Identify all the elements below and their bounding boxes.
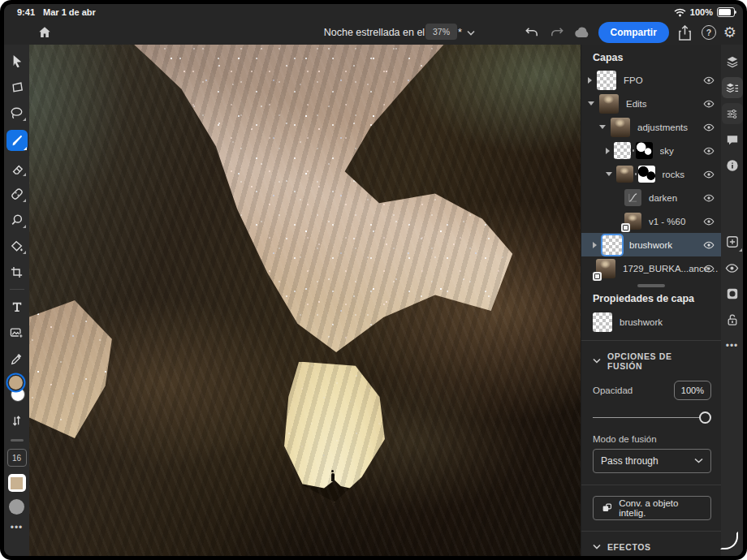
layer-row-fpo[interactable]: FPO [581,68,721,92]
right-panel: Capas FPO Edits adjustments [581,45,721,556]
comments-button[interactable] [722,129,743,150]
cloud-sync-icon[interactable] [573,24,591,41]
more-options-button[interactable]: ••• [722,335,743,356]
properties-layer-row: brushwork [581,309,721,341]
info-button[interactable] [722,155,743,176]
transform-tool[interactable] [7,78,27,96]
blend-options-section-header[interactable]: OPCIONES DE FUSIÓN [581,341,721,371]
smart-object-thumbnail [596,259,615,278]
visibility-eye-icon[interactable] [702,262,715,274]
person-silhouette [331,473,335,481]
ipad-screenshot: 9:41 Mar 1 de abr 100% Noche estrellada … [0,0,747,560]
layer-properties-button[interactable] [722,103,743,124]
visibility-eye-icon[interactable] [702,239,715,251]
color-well[interactable] [6,376,28,403]
battery-icon [717,7,735,17]
slider-track [593,417,710,419]
healing-brush-tool[interactable] [7,185,27,203]
layer-mask-button[interactable] [722,283,743,304]
undo-button[interactable] [523,24,541,41]
opacity-row: Opacidad 100% [581,371,721,400]
brush-color [11,477,23,489]
layer-mask-thumbnail [638,166,655,183]
foreground-color[interactable] [9,376,23,390]
visibility-eye-icon[interactable] [702,192,715,204]
brush-size-field[interactable]: 16 [7,449,27,467]
lock-layer-button[interactable] [722,309,743,330]
magnifier-tool[interactable] [7,211,27,229]
effects-section-header[interactable]: EFECTOS [581,532,721,552]
layer-thumbnail [611,118,630,137]
brush-preview[interactable] [9,499,24,515]
eraser-tool[interactable] [7,159,27,177]
disclosure-right-icon[interactable] [606,148,610,154]
drag-handle[interactable] [11,439,24,442]
layer-row-darken[interactable]: darken [581,186,721,209]
export-icon[interactable] [676,24,694,41]
layers-detail-view-button[interactable] [722,77,743,98]
section-label: OPCIONES DE FUSIÓN [607,351,710,371]
layer-row-brushwork-selected[interactable]: brushwork [581,233,721,256]
crop-tool[interactable] [7,263,27,281]
visibility-eye-icon[interactable] [702,121,715,133]
opacity-value-field[interactable]: 100% [674,381,711,400]
layer-row-1729[interactable]: 1729_BURKA...anced-NR33 [581,256,721,280]
smart-object-badge [621,223,630,232]
brush-color-swatch[interactable] [8,474,26,492]
layer-row-v1[interactable]: v1 - %60 [581,209,721,233]
fill-tool[interactable] [7,237,27,255]
divider [581,485,721,485]
layer-row-sky[interactable]: sky [581,139,721,162]
visibility-eye-icon[interactable] [702,215,715,227]
ridge-silhouette [280,468,385,502]
add-layer-button[interactable] [722,231,743,252]
layer-row-rocks[interactable]: rocks [581,162,721,186]
layer-thumbnail [599,94,619,114]
status-date: Mar 1 de abr [43,7,96,17]
disclosure-right-icon[interactable] [593,242,597,248]
wifi-icon [674,8,686,17]
help-button[interactable]: ? [702,25,716,40]
mask-link-dot [633,149,635,152]
chevron-down-icon [694,458,703,463]
blend-mode-select[interactable]: Pass through [593,449,711,473]
place-image-tool[interactable] [7,324,27,342]
layer-thumbnail [616,166,633,183]
visibility-eye-icon[interactable] [702,168,715,180]
settings-gear-button[interactable]: ⚙ [723,25,736,40]
chevron-down-icon [467,30,475,36]
move-tool[interactable] [7,52,27,70]
properties-layer-name: brushwork [620,317,721,327]
bright-opening [280,362,385,502]
layer-mask-thumbnail [636,142,653,159]
panel-resize-handle[interactable] [637,284,665,287]
convert-button-label: Conv. a objeto intelig. [619,498,702,518]
disclosure-right-icon[interactable] [588,77,592,84]
opacity-slider[interactable] [593,411,710,424]
brush-options-group: 16 ••• [7,439,27,533]
slider-knob[interactable] [699,411,711,424]
convert-smart-object-button[interactable]: Conv. a objeto intelig. [593,496,711,520]
visibility-eye-icon[interactable] [702,74,715,86]
layers-compact-view-button[interactable] [722,51,743,72]
layer-row-edits[interactable]: Edits [581,92,721,115]
brush-tool[interactable] [6,130,28,151]
star-field-left [29,300,112,438]
share-button[interactable]: Compartir [598,22,669,43]
eyedropper-tool[interactable] [7,350,27,368]
disclosure-down-icon[interactable] [606,172,612,176]
disclosure-down-icon[interactable] [588,101,594,106]
star-field-opening [280,362,385,502]
canvas[interactable] [29,45,581,556]
more-tools-button[interactable]: ••• [11,522,24,533]
zoom-level-badge[interactable]: 37% [425,24,457,40]
layer-row-adjustments[interactable]: adjustments [581,115,721,139]
lasso-select-tool[interactable] [7,104,27,122]
swap-colors-button[interactable] [7,411,27,429]
redo-button[interactable] [548,24,566,41]
disclosure-down-icon[interactable] [599,125,606,129]
type-tool[interactable] [7,298,27,316]
visibility-eye-icon[interactable] [702,144,715,157]
visibility-eye-icon[interactable] [702,97,715,110]
layer-visibility-button[interactable] [722,257,743,278]
